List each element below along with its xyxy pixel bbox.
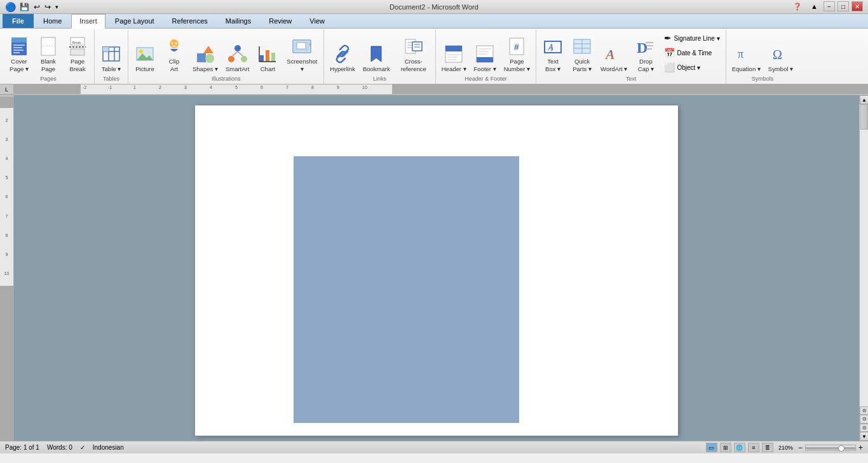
symbol-button[interactable]: Ω Symbol ▾ <box>765 41 796 74</box>
cover-page-button[interactable]: CoverPage ▾ <box>5 34 33 74</box>
ruler-top-row: L -2 -1 1 2 3 4 5 6 <box>0 84 868 95</box>
next-page-button[interactable]: ⊙ <box>860 424 868 432</box>
object-button[interactable]: ⬜ Object ▾ <box>661 60 722 74</box>
shapes-button[interactable]: Shapes ▾ <box>189 41 221 74</box>
page-break-button[interactable]: Break PageBreak <box>64 34 92 74</box>
page-number-button[interactable]: # PageNumber ▾ <box>501 34 533 74</box>
scroll-track[interactable] <box>860 104 868 406</box>
drop-cap-button[interactable]: D DropCap ▾ <box>632 34 660 74</box>
scroll-down-button[interactable]: ▼ <box>860 432 868 441</box>
word-count: Words: 0 <box>47 444 72 451</box>
smart-art-button[interactable]: SmartArt <box>222 41 252 74</box>
svg-rect-10 <box>71 49 85 55</box>
main-area: 2 3 4 5 6 7 8 9 10 ▲ ⊙ ⊙ ⊙ ▼ <box>0 95 868 441</box>
header-label: Header ▾ <box>442 65 466 72</box>
table-label: Table ▾ <box>102 65 121 72</box>
zoom-slider-thumb[interactable] <box>838 445 844 452</box>
cover-page-icon <box>9 36 29 57</box>
scroll-thumb[interactable] <box>860 104 868 130</box>
symbols-group-content: π Equation ▾ Ω Symbol ▾ <box>729 31 796 74</box>
ribbon-group-symbols: π Equation ▾ Ω Symbol ▾ Symbols <box>726 30 799 84</box>
tab-review[interactable]: Review <box>261 14 300 28</box>
svg-rect-2 <box>13 44 25 46</box>
tab-page-layout[interactable]: Page Layout <box>107 14 163 28</box>
footer-button[interactable]: Footer ▾ <box>471 41 499 74</box>
spell-check-icon[interactable]: ✓ <box>80 444 85 451</box>
svg-rect-33 <box>271 53 275 62</box>
hyperlink-button[interactable]: Hyperlink <box>327 41 358 74</box>
window-controls: ❓ ▲ − □ ✕ <box>790 1 863 12</box>
vertical-scrollbar[interactable]: ▲ ⊙ ⊙ ⊙ ▼ <box>859 95 868 441</box>
illustrations-group-label: Illustrations <box>131 74 321 84</box>
table-button[interactable]: Table ▾ <box>97 41 125 74</box>
maximize-button[interactable]: □ <box>837 1 849 11</box>
minimize-button[interactable]: − <box>824 1 835 11</box>
save-button[interactable]: 💾 <box>18 2 31 12</box>
header-footer-group-content: Header ▾ Footer ▾ <box>438 31 533 74</box>
redo-button[interactable]: ↪ <box>43 2 52 12</box>
zoom-in-button[interactable]: + <box>858 443 863 452</box>
cross-reference-label: Cross-reference <box>398 58 430 72</box>
page-break-icon: Break <box>67 36 88 57</box>
prev-page-button[interactable]: ⊙ <box>860 406 868 415</box>
outline-view-button[interactable]: ≡ <box>748 443 759 452</box>
web-layout-button[interactable]: 🌐 <box>734 443 745 452</box>
date-time-button[interactable]: 📅 Date & Time <box>661 46 722 60</box>
symbol-label: Symbol ▾ <box>768 65 793 72</box>
screenshot-button[interactable]: Screenshot ▾ <box>283 34 321 74</box>
page-break-label: PageBreak <box>70 58 86 72</box>
clip-art-label: ClipArt <box>169 58 179 72</box>
quick-parts-icon <box>572 36 592 57</box>
bookmark-button[interactable]: Bookmark <box>360 41 393 74</box>
zoom-slider[interactable] <box>805 445 856 451</box>
svg-rect-5 <box>13 52 20 53</box>
close-button[interactable]: ✕ <box>851 1 863 11</box>
shapes-icon <box>195 44 215 64</box>
equation-button[interactable]: π Equation ▾ <box>729 41 764 74</box>
quick-parts-button[interactable]: QuickParts ▾ <box>568 34 596 74</box>
blank-page-label: BlankPage <box>41 58 56 72</box>
ribbon-collapse-button[interactable]: ▲ <box>808 1 821 12</box>
signature-line-button[interactable]: ✒ Signature Line ▾ <box>661 31 722 45</box>
document-page <box>195 105 678 436</box>
picture-button[interactable]: Picture <box>131 41 159 74</box>
ruler-corner[interactable]: L <box>0 84 14 95</box>
select-browse-button[interactable]: ⊙ <box>860 415 868 423</box>
header-button[interactable]: Header ▾ <box>438 41 470 74</box>
text-box-icon: A <box>543 36 563 57</box>
page-number-icon: # <box>506 36 527 57</box>
links-group-label: Links <box>327 74 432 84</box>
customize-qa-button[interactable]: ▾ <box>54 3 60 11</box>
text-box-label: TextBox ▾ <box>545 58 560 72</box>
window-title: Document2 - Microsoft Word <box>390 3 478 11</box>
tab-mailings[interactable]: Mailings <box>217 14 259 28</box>
symbol-icon: Ω <box>771 44 791 64</box>
blank-page-button[interactable]: BlankPage <box>34 34 62 74</box>
draft-view-button[interactable]: ≣ <box>762 443 773 452</box>
language[interactable]: Indonesian <box>93 444 124 451</box>
header-icon <box>444 44 464 64</box>
tab-insert[interactable]: Insert <box>71 14 105 29</box>
object-label: Object ▾ <box>677 64 700 71</box>
app-icon: 🔵 <box>5 2 16 12</box>
tab-view[interactable]: View <box>301 14 333 28</box>
full-screen-reading-button[interactable]: ⊞ <box>720 443 731 452</box>
text-box-button[interactable]: A TextBox ▾ <box>539 34 567 74</box>
scroll-up-button[interactable]: ▲ <box>860 95 868 104</box>
undo-button[interactable]: ↩ <box>32 2 41 12</box>
tab-file[interactable]: File <box>3 14 34 28</box>
picture-icon <box>135 44 155 64</box>
tab-home[interactable]: Home <box>35 14 70 28</box>
print-layout-button[interactable]: ▭ <box>706 443 717 452</box>
wordart-button[interactable]: A WordArt ▾ <box>597 41 630 74</box>
help-button[interactable]: ❓ <box>790 1 805 12</box>
tab-references[interactable]: References <box>164 14 216 28</box>
cross-reference-button[interactable]: Cross-reference <box>395 34 433 74</box>
links-group-content: Hyperlink Bookmark <box>327 31 432 74</box>
footer-label: Footer ▾ <box>474 65 496 72</box>
svg-point-27 <box>228 56 234 62</box>
chart-button[interactable]: Chart <box>254 41 281 74</box>
table-icon <box>101 44 121 64</box>
zoom-out-button[interactable]: − <box>798 443 803 452</box>
clip-art-button[interactable]: ClipArt <box>160 34 188 74</box>
